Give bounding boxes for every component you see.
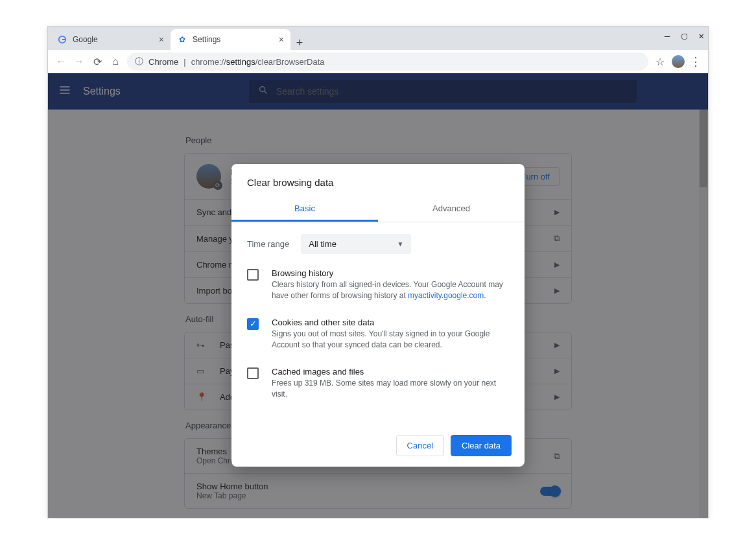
- cookies-option: ✓ Cookies and other site data Signs you …: [247, 318, 509, 351]
- option-title: Browsing history: [272, 268, 509, 278]
- reload-button[interactable]: ⟳: [91, 55, 104, 68]
- option-desc: Clears history from all signed-in device…: [272, 279, 509, 302]
- cookies-checkbox[interactable]: ✓: [247, 318, 259, 330]
- tab-google[interactable]: Google ×: [51, 29, 171, 50]
- history-option: Browsing history Clears history from all…: [247, 268, 509, 302]
- tab-title: Settings: [193, 35, 220, 44]
- option-desc: Signs you out of most sites. You'll stay…: [272, 329, 509, 351]
- time-range-row: Time range All time ▼: [247, 234, 509, 254]
- modal-overlay: Clear browsing data Basic Advanced Time …: [48, 73, 708, 518]
- bookmark-icon[interactable]: ☆: [654, 55, 667, 68]
- cache-option: Cached images and files Frees up 319 MB.…: [247, 367, 509, 401]
- back-button[interactable]: ←: [54, 55, 67, 68]
- tab-title: Google: [73, 35, 98, 44]
- new-tab-button[interactable]: +: [290, 36, 309, 50]
- close-tab-icon[interactable]: ×: [159, 34, 164, 45]
- select-value: All time: [309, 239, 337, 249]
- chevron-down-icon: ▼: [397, 240, 403, 248]
- myactivity-link[interactable]: myactivity.google.com: [408, 291, 484, 300]
- toolbar: ← → ⟳ ⌂ ⓘ Chrome | chrome://settings/cle…: [48, 50, 708, 73]
- minimize-button[interactable]: —: [665, 30, 670, 41]
- tab-strip: Google × ✿ Settings × +: [48, 27, 708, 50]
- maximize-button[interactable]: ▢: [681, 30, 687, 41]
- url-host: settings: [226, 57, 255, 67]
- clear-browsing-dialog: Clear browsing data Basic Advanced Time …: [231, 164, 525, 467]
- option-desc: Frees up 319 MB. Some sites may load mor…: [272, 378, 509, 401]
- kebab-menu-icon[interactable]: ⋮: [690, 54, 702, 69]
- close-window-button[interactable]: ✕: [699, 30, 704, 41]
- profile-avatar[interactable]: [672, 55, 685, 68]
- site-info-icon: ⓘ: [135, 56, 143, 67]
- dialog-tabs: Basic Advanced: [231, 197, 525, 222]
- close-tab-icon[interactable]: ×: [279, 34, 284, 45]
- history-checkbox[interactable]: [247, 269, 259, 281]
- time-range-select[interactable]: All time ▼: [301, 234, 411, 254]
- cache-checkbox[interactable]: [247, 367, 259, 379]
- time-range-label: Time range: [247, 239, 289, 249]
- option-title: Cookies and other site data: [272, 318, 509, 327]
- omnibox-chip: Chrome: [148, 57, 178, 67]
- tab-advanced[interactable]: Advanced: [378, 197, 525, 222]
- url-scheme: chrome://: [191, 57, 226, 67]
- omnibox-divider: |: [183, 57, 185, 67]
- tab-settings[interactable]: ✿ Settings ×: [171, 29, 290, 50]
- tab-basic[interactable]: Basic: [231, 197, 378, 222]
- home-button[interactable]: ⌂: [109, 55, 122, 68]
- omnibox[interactable]: ⓘ Chrome | chrome://settings/clearBrowse…: [127, 52, 648, 71]
- google-favicon-icon: [57, 34, 67, 45]
- clear-data-button[interactable]: Clear data: [451, 435, 512, 456]
- cancel-button[interactable]: Cancel: [396, 435, 444, 456]
- dialog-title: Clear browsing data: [231, 177, 525, 197]
- settings-favicon-icon: ✿: [177, 34, 187, 45]
- option-title: Cached images and files: [272, 367, 509, 377]
- viewport: Settings People David Gwyer: [48, 73, 708, 518]
- url-path: /clearBrowserData: [255, 57, 325, 67]
- forward-button[interactable]: →: [73, 55, 86, 68]
- chrome-window: — ▢ ✕ Google × ✿ Settings × + ← → ⟳ ⌂ ⓘ …: [47, 26, 709, 518]
